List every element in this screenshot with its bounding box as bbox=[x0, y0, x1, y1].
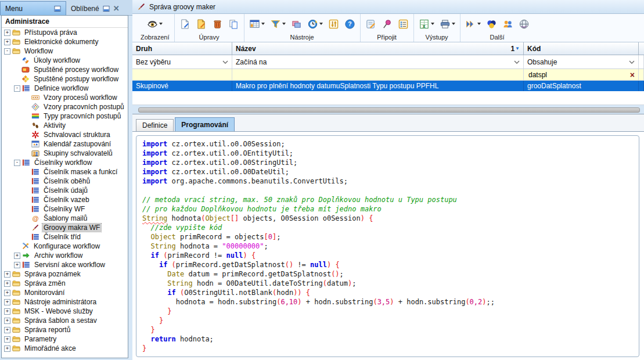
tree-item[interactable]: +Elektronické dokumenty bbox=[2, 37, 128, 46]
help-button[interactable]: ? bbox=[344, 19, 355, 30]
expand-icon[interactable]: + bbox=[4, 308, 10, 315]
tree-item[interactable]: +Servisní akce workflow bbox=[2, 260, 128, 269]
tree-item[interactable]: Číselník údajů bbox=[2, 186, 128, 195]
dropdown-arrow-icon[interactable] bbox=[282, 23, 286, 25]
tree-item[interactable]: +Parametry bbox=[2, 334, 128, 344]
search-nazev-input[interactable] bbox=[232, 69, 524, 80]
tree-item[interactable]: Typy pracovních postupů bbox=[2, 111, 128, 121]
expand-icon[interactable]: + bbox=[4, 336, 10, 343]
collapse-icon[interactable]: - bbox=[14, 85, 20, 92]
expand-icon[interactable]: + bbox=[14, 253, 20, 259]
filter-nazev-combo[interactable]: Začíná na bbox=[232, 55, 524, 69]
edit-record-button[interactable] bbox=[196, 19, 207, 30]
tree-item[interactable]: Aktivity bbox=[2, 121, 128, 130]
expand-icon[interactable]: + bbox=[4, 280, 10, 287]
tree-item[interactable]: +Monitorování bbox=[2, 288, 128, 297]
tree-item[interactable]: Číselník vazeb bbox=[2, 195, 128, 204]
history-button[interactable] bbox=[307, 19, 323, 30]
tree-item[interactable]: -Workflow bbox=[2, 46, 128, 56]
collapse-icon[interactable]: - bbox=[4, 48, 10, 55]
parameters-button[interactable] bbox=[328, 19, 339, 30]
dropdown-arrow-icon[interactable] bbox=[159, 23, 163, 25]
attach-list-button[interactable] bbox=[398, 19, 409, 30]
dropdown-arrow-icon[interactable] bbox=[319, 23, 323, 25]
dropdown-arrow-icon[interactable] bbox=[452, 23, 455, 25]
expand-icon[interactable]: + bbox=[4, 318, 10, 324]
tree-item[interactable]: Groovy makra WF bbox=[2, 223, 128, 232]
expand-icon[interactable]: + bbox=[4, 39, 10, 45]
column-header-kod[interactable]: Kód bbox=[524, 42, 639, 55]
horizontal-splitter[interactable] bbox=[138, 107, 640, 113]
column-header-druh[interactable]: Druh bbox=[132, 42, 232, 55]
chevron-down-icon[interactable] bbox=[514, 60, 520, 64]
expand-icon[interactable]: + bbox=[4, 290, 10, 296]
web-services-button[interactable] bbox=[519, 19, 530, 30]
tree-item[interactable]: Číselníky WF bbox=[2, 204, 128, 214]
dropdown-arrow-icon[interactable] bbox=[431, 23, 434, 25]
tree-item[interactable]: +Přístupová práva bbox=[2, 28, 128, 37]
dropdown-arrow-icon[interactable] bbox=[261, 23, 265, 25]
tab-menu[interactable]: Menu bbox=[0, 1, 66, 15]
tree-item[interactable]: +Archiv workflow bbox=[2, 251, 128, 260]
tree-item[interactable]: +Správa šablon a sestav bbox=[2, 316, 128, 325]
search-druh-input[interactable] bbox=[132, 69, 232, 80]
expand-icon[interactable]: + bbox=[4, 30, 10, 36]
merge-button[interactable] bbox=[291, 19, 302, 30]
clear-filter-icon[interactable]: × bbox=[630, 70, 635, 80]
filter-kod-combo[interactable]: Obsahuje bbox=[524, 55, 639, 69]
more-actions-button[interactable] bbox=[465, 19, 481, 30]
tab-programovani[interactable]: Programování bbox=[175, 117, 235, 131]
tree-item[interactable]: -Definice workflow bbox=[2, 84, 128, 93]
tree-item[interactable]: -Číselníky workflow bbox=[2, 158, 128, 167]
expand-icon[interactable]: + bbox=[4, 327, 10, 333]
users-button[interactable] bbox=[502, 19, 513, 30]
delete-record-button[interactable] bbox=[212, 19, 223, 30]
chevron-down-icon[interactable] bbox=[222, 60, 228, 64]
chevron-down-icon[interactable] bbox=[629, 60, 635, 64]
close-icon[interactable]: ✕ bbox=[113, 4, 120, 13]
tree-item[interactable]: Spuštěné procesy workflow bbox=[2, 65, 128, 74]
view-button[interactable] bbox=[147, 19, 163, 30]
tree-item[interactable]: Kalendář zastupování bbox=[2, 139, 128, 149]
window-icon[interactable] bbox=[54, 5, 61, 12]
tree-item[interactable]: Skupiny schvalovatelů bbox=[2, 149, 128, 158]
dropdown-arrow-icon[interactable] bbox=[477, 23, 481, 25]
tree-item[interactable]: Úkoly workflow bbox=[2, 56, 128, 65]
print-button[interactable] bbox=[440, 19, 455, 30]
new-record-button[interactable] bbox=[179, 19, 190, 30]
tree-item[interactable]: +Mimořádné akce bbox=[2, 344, 128, 353]
collapse-icon[interactable]: - bbox=[14, 160, 20, 166]
colors-button[interactable] bbox=[486, 19, 497, 30]
tree-item[interactable]: Číselník masek a funkcí bbox=[2, 167, 128, 177]
tree-item[interactable]: Vzory pracovních postupů bbox=[2, 102, 128, 111]
tab-oblibene[interactable]: Oblíbené ✕ bbox=[66, 2, 124, 15]
tree-item[interactable]: XXXVzory procesů workflow bbox=[2, 93, 128, 102]
tree-item[interactable]: +Správa reportů bbox=[2, 325, 128, 334]
expand-icon[interactable]: + bbox=[4, 345, 10, 352]
tree-item[interactable]: Schvalovací struktura bbox=[2, 130, 128, 139]
tree-item[interactable]: +Nástroje administrátora bbox=[2, 297, 128, 307]
selected-row[interactable]: Skupinové Makro pro plnění hodnoty datum… bbox=[132, 81, 644, 91]
copy-record-button[interactable] bbox=[228, 19, 239, 30]
column-header-nazev[interactable]: Název 1▼ bbox=[232, 42, 524, 55]
tree-item[interactable]: Konfigurace workflow bbox=[2, 242, 128, 251]
tree-item[interactable]: @Šablony mailů bbox=[2, 214, 128, 223]
filter-druh-combo[interactable]: Bez výběru bbox=[132, 55, 232, 69]
tab-definice[interactable]: Definice bbox=[136, 119, 174, 131]
window-icon[interactable] bbox=[103, 5, 110, 12]
filter-button[interactable] bbox=[270, 19, 286, 30]
attach-note-button[interactable] bbox=[365, 19, 376, 30]
export-excel-button[interactable]: x bbox=[419, 19, 434, 30]
tree-item[interactable]: +MSK - Webové služby bbox=[2, 307, 128, 316]
tree-item[interactable]: Číselník oběhů bbox=[2, 177, 128, 186]
attach-pin-button[interactable] bbox=[382, 19, 393, 30]
expand-icon[interactable]: + bbox=[4, 299, 10, 305]
tree-item[interactable]: Spuštěné postupy workflow bbox=[2, 74, 128, 84]
tree-item[interactable]: +Správa změn bbox=[2, 279, 128, 288]
code-editor[interactable]: import cz.ortex.util.o0.O0Session;import… bbox=[136, 135, 639, 357]
tree-item[interactable]: Číselník tříd bbox=[2, 232, 128, 242]
expand-icon[interactable]: + bbox=[4, 271, 10, 278]
expand-icon[interactable]: + bbox=[14, 262, 20, 268]
search-kod-input[interactable] bbox=[527, 70, 630, 80]
table-view-button[interactable] bbox=[249, 19, 265, 30]
